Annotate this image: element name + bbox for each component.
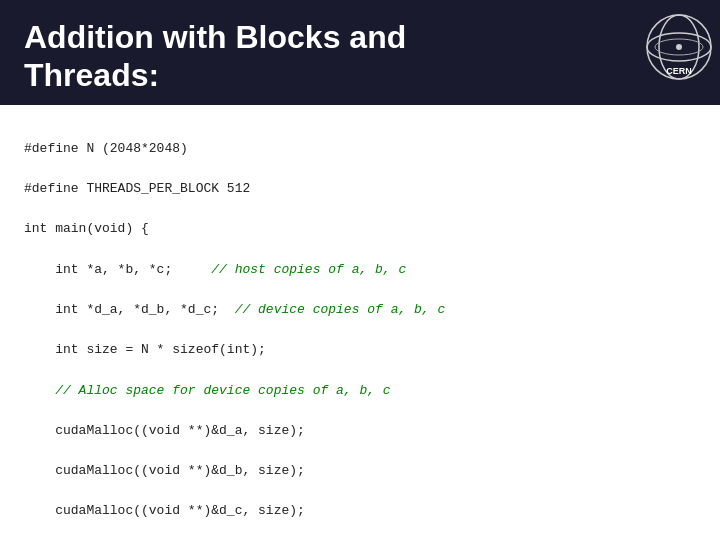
slide: 20 Addition with Blocks and Threads: CER… <box>0 0 720 540</box>
svg-text:CERN: CERN <box>666 66 692 76</box>
code-block: #define N (2048*2048) #define THREADS_PE… <box>24 119 696 540</box>
code-line-8: cudaMalloc((void **)&d_a, size); <box>24 421 696 441</box>
code-line-10: cudaMalloc((void **)&d_c, size); <box>24 501 696 521</box>
slide-header: Addition with Blocks and Threads: CERN <box>0 0 720 105</box>
title-line2: Threads: <box>24 57 159 93</box>
title-line1: Addition with Blocks and <box>24 19 406 55</box>
code-line-4: int *a, *b, *c; // host copies of a, b, … <box>24 260 696 280</box>
code-content-area: #define N (2048*2048) #define THREADS_PE… <box>0 105 720 540</box>
code-line-9: cudaMalloc((void **)&d_b, size); <box>24 461 696 481</box>
cern-logo: CERN <box>644 12 704 72</box>
code-line-6: int size = N * sizeof(int); <box>24 340 696 360</box>
slide-title: Addition with Blocks and Threads: <box>24 18 696 95</box>
svg-point-4 <box>676 44 682 50</box>
code-line-1: #define N (2048*2048) <box>24 139 696 159</box>
code-line-5: int *d_a, *d_b, *d_c; // device copies o… <box>24 300 696 320</box>
code-line-2: #define THREADS_PER_BLOCK 512 <box>24 179 696 199</box>
code-line-7: // Alloc space for device copies of a, b… <box>24 381 696 401</box>
code-line-3: int main(void) { <box>24 219 696 239</box>
